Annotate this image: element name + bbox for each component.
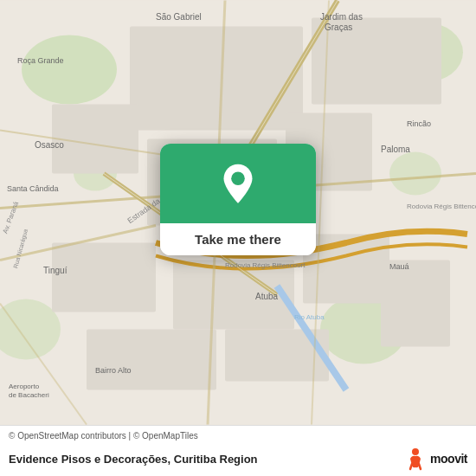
svg-rect-16 (87, 330, 216, 390)
svg-point-1 (22, 35, 117, 105)
bottom-info-bar: © OpenStreetMap contributors | © OpenMap… (0, 425, 476, 476)
svg-text:Roça Grande: Roça Grande (17, 56, 64, 65)
place-info-row: Evidence Pisos e Decorações, Curitiba Re… (9, 443, 467, 473)
svg-text:Rodovia Régis Bittencourt: Rodovia Régis Bittencourt (225, 261, 306, 269)
svg-point-3 (389, 152, 441, 196)
app-container: São Gabriel Jardim das Graças Roça Grand… (0, 0, 476, 476)
svg-rect-18 (381, 261, 450, 347)
svg-text:Aeroporto: Aeroporto (9, 383, 40, 390)
svg-text:Rincão: Rincão (407, 119, 431, 128)
svg-point-50 (412, 448, 419, 455)
svg-line-51 (410, 464, 412, 469)
location-popup: Take me there (160, 144, 316, 255)
svg-text:de Bacacheri: de Bacacheri (9, 391, 49, 399)
popup-header (160, 144, 316, 223)
moovit-icon (403, 447, 428, 471)
svg-text:Graças: Graças (325, 23, 352, 32)
svg-text:Rio Atuba: Rio Atuba (294, 313, 325, 321)
svg-text:Osasco: Osasco (35, 140, 64, 150)
moovit-logo: moovit (403, 447, 467, 471)
svg-point-49 (231, 171, 245, 185)
place-name-label: Evidence Pisos e Decorações, Curitiba Re… (9, 453, 258, 466)
svg-rect-10 (52, 105, 138, 174)
map-area[interactable]: São Gabriel Jardim das Graças Roça Grand… (0, 0, 476, 425)
svg-rect-13 (52, 243, 156, 312)
svg-text:Mauá: Mauá (389, 262, 409, 271)
svg-text:Tinguí: Tinguí (43, 266, 68, 275)
take-me-there-button[interactable]: Take me there (160, 223, 316, 255)
svg-text:Paloma: Paloma (381, 145, 410, 154)
map-attribution: © OpenStreetMap contributors | © OpenMap… (9, 431, 467, 441)
svg-text:Bairro Alto: Bairro Alto (95, 366, 132, 375)
svg-text:Atuba: Atuba (255, 292, 279, 301)
svg-text:Santa Cândida: Santa Cândida (7, 184, 59, 193)
location-pin-icon (215, 163, 261, 208)
svg-line-52 (419, 464, 421, 469)
svg-text:Rodovia Régis Bittenco...: Rodovia Régis Bittenco... (407, 203, 476, 210)
svg-text:Jardim das: Jardim das (320, 12, 363, 22)
svg-rect-8 (130, 27, 303, 131)
svg-text:São Gabriel: São Gabriel (156, 12, 202, 22)
moovit-text-label: moovit (430, 452, 467, 466)
